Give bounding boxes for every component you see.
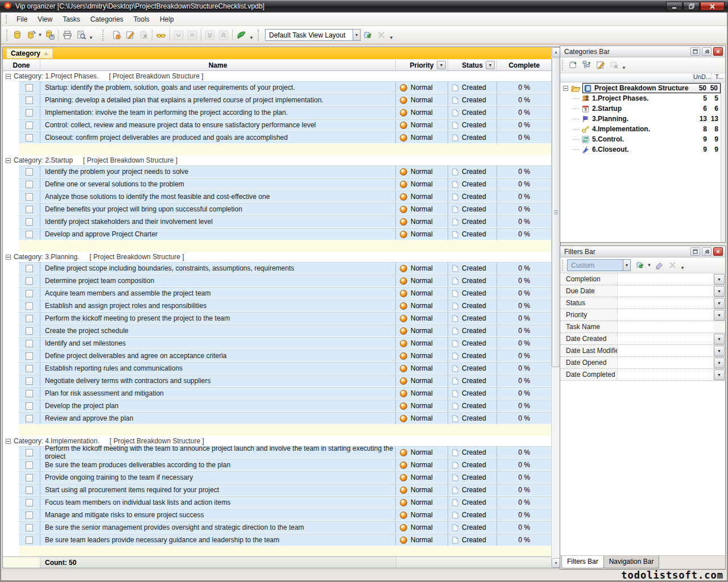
priority-cell[interactable]: Normal: [396, 262, 448, 275]
table-row[interactable]: Control: collect, review and measure pro…: [3, 119, 551, 131]
task-name-cell[interactable]: Be sure the team produces deliverables a…: [40, 459, 396, 471]
filter-value-field[interactable]: [617, 309, 713, 321]
category-group-row[interactable]: Category: 1.Project Phases.[ Project Bre…: [3, 71, 551, 81]
filter-dropdown-icon[interactable]: ▼: [714, 298, 725, 309]
move-bottom-button[interactable]: [203, 28, 217, 42]
table-row[interactable]: Perform the kickoff meeting to present t…: [3, 312, 551, 325]
categories-toolbar-overflow[interactable]: ▼: [621, 59, 627, 72]
task-name-cell[interactable]: Be sure the senior management provides o…: [40, 521, 396, 534]
table-row[interactable]: Define one or several solutions to the p…: [3, 178, 551, 190]
done-checkbox[interactable]: [26, 168, 33, 176]
status-cell[interactable]: Created: [448, 412, 497, 425]
done-checkbox[interactable]: [26, 340, 33, 347]
share-overflow[interactable]: ▼: [248, 28, 255, 42]
done-checkbox[interactable]: [26, 449, 33, 456]
task-name-cell[interactable]: Startup: identify the problem, solution,…: [40, 81, 396, 94]
done-checkbox[interactable]: [26, 97, 33, 104]
filter-value-field[interactable]: [617, 321, 713, 332]
task-name-cell[interactable]: Control: collect, review and measure pro…: [40, 119, 396, 131]
status-cell[interactable]: Created: [448, 215, 497, 228]
status-cell[interactable]: Created: [448, 94, 497, 106]
column-header-name[interactable]: Name: [40, 60, 396, 70]
filters-close-button[interactable]: ✕: [713, 247, 723, 256]
task-name-cell[interactable]: Define benefits your project will bring …: [40, 203, 396, 215]
edit-task-button[interactable]: [123, 28, 136, 42]
column-header-done[interactable]: Done: [3, 60, 40, 70]
done-checkbox[interactable]: [26, 206, 33, 213]
filter-dropdown-icon[interactable]: ▼: [714, 357, 725, 368]
status-cell[interactable]: Created: [448, 131, 497, 144]
done-checkbox[interactable]: [26, 474, 33, 481]
priority-cell[interactable]: Normal: [396, 165, 448, 178]
task-name-cell[interactable]: Develop the project plan: [40, 400, 396, 412]
table-row[interactable]: Startup: identify the problem, solution,…: [3, 81, 551, 94]
priority-cell[interactable]: Normal: [396, 190, 448, 203]
done-checkbox[interactable]: [26, 315, 33, 322]
done-checkbox[interactable]: [26, 181, 33, 188]
print-overflow[interactable]: ▼: [88, 28, 94, 42]
priority-cell[interactable]: Normal: [396, 131, 448, 144]
priority-cell[interactable]: Normal: [396, 534, 448, 546]
priority-cell[interactable]: Normal: [396, 387, 448, 400]
categories-tree-scrollbar[interactable]: [721, 83, 725, 242]
collapse-group-icon[interactable]: [6, 158, 11, 163]
table-row[interactable]: Perform the kickoff meeting with the tea…: [3, 446, 551, 459]
task-name-cell[interactable]: Plan for risk assessment and mitigation: [40, 387, 396, 400]
status-cell[interactable]: Created: [448, 446, 497, 459]
done-checkbox[interactable]: [26, 327, 33, 335]
task-name-cell[interactable]: Acquire team members and assemble the pr…: [40, 287, 396, 300]
print-preview-button[interactable]: [74, 28, 88, 42]
share-button[interactable]: [234, 28, 248, 42]
task-name-cell[interactable]: Identify and set milestones: [40, 337, 396, 350]
priority-cell[interactable]: Normal: [396, 81, 448, 94]
priority-cell[interactable]: Normal: [396, 375, 448, 387]
table-row[interactable]: Identify and set milestonesNormalCreated…: [3, 337, 551, 350]
filter-value-field[interactable]: [617, 273, 713, 285]
task-name-cell[interactable]: Perform the kickoff meeting with the tea…: [40, 446, 396, 459]
priority-cell[interactable]: Normal: [396, 446, 448, 459]
priority-cell[interactable]: Normal: [396, 325, 448, 337]
menu-grip[interactable]: [6, 15, 7, 24]
toolbar-grip-2[interactable]: [102, 30, 104, 41]
title-bar[interactable]: Vip organizer [C:\Users\dmitry\Desktop\P…: [0, 0, 728, 13]
status-cell[interactable]: Created: [448, 275, 497, 287]
table-row[interactable]: Plan for risk assessment and mitigationN…: [3, 387, 551, 400]
priority-cell[interactable]: Normal: [396, 509, 448, 521]
view-glasses-button[interactable]: [154, 28, 168, 42]
collapse-group-icon[interactable]: [6, 439, 11, 444]
filter-dropdown-icon[interactable]: ▼: [714, 310, 725, 321]
done-checkbox[interactable]: [26, 499, 33, 506]
task-name-cell[interactable]: Determine project team composition: [40, 275, 396, 287]
tree-column-undone[interactable]: UnD...: [693, 73, 712, 82]
status-cell[interactable]: Created: [448, 178, 497, 190]
clear-filter-button[interactable]: [652, 259, 665, 272]
filter-value-field[interactable]: [617, 345, 713, 356]
menu-item-help[interactable]: Help: [155, 14, 179, 25]
priority-cell[interactable]: Normal: [396, 228, 448, 240]
task-name-cell[interactable]: Negotiate delivery terms with contractor…: [40, 375, 396, 387]
done-checkbox[interactable]: [26, 290, 33, 297]
new-task-button[interactable]: [109, 28, 123, 42]
layout-toolbar-grip[interactable]: [258, 30, 259, 41]
priority-cell[interactable]: Normal: [396, 412, 448, 425]
priority-cell[interactable]: Normal: [396, 203, 448, 215]
delete-filter-button[interactable]: [665, 259, 679, 272]
table-row[interactable]: Identify project stakeholders and their …: [3, 215, 551, 228]
filter-value-field[interactable]: [617, 369, 713, 380]
done-checkbox[interactable]: [26, 512, 33, 519]
column-header-status[interactable]: Status ▼: [448, 60, 497, 70]
move-down-button[interactable]: [172, 28, 185, 42]
priority-cell[interactable]: Normal: [396, 300, 448, 312]
category-group-row[interactable]: Category: 3.Planning.[ Project Breakdown…: [3, 252, 551, 262]
close-button[interactable]: [700, 2, 725, 11]
table-row[interactable]: Closeout: confirm project deliverables a…: [3, 131, 551, 144]
filter-preset-combo[interactable]: Custom ▼: [567, 259, 631, 271]
filter-dropdown-icon[interactable]: ▼: [714, 274, 725, 285]
task-name-cell[interactable]: Create the project schedule: [40, 325, 396, 337]
layout-overflow[interactable]: ▼: [388, 28, 395, 42]
done-checkbox[interactable]: [26, 352, 33, 360]
status-cell[interactable]: Created: [448, 312, 497, 325]
group-by-category-button[interactable]: Category: [6, 48, 53, 59]
priority-filter-dropdown[interactable]: ▼: [437, 61, 446, 69]
task-name-cell[interactable]: Closeout: confirm project deliverables a…: [40, 131, 396, 144]
